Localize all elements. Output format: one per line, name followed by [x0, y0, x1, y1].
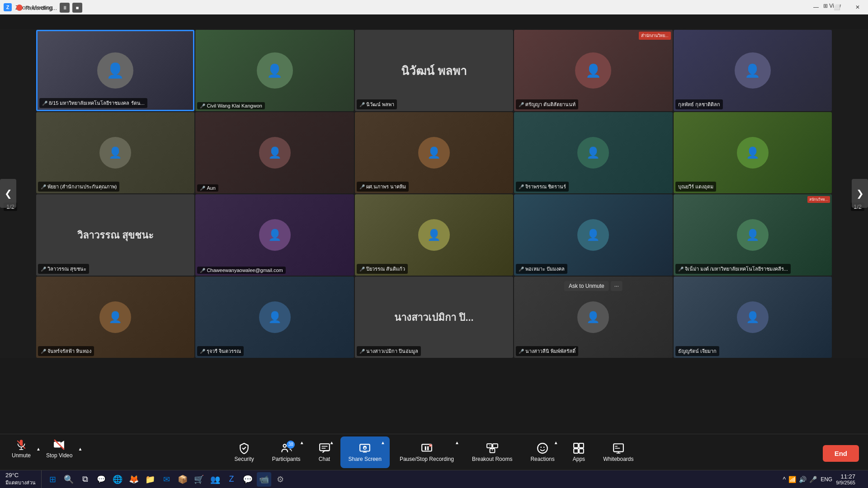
minimize-button[interactable]: —: [806, 0, 826, 14]
tray-icons: ^ 📶 🔊 🎤: [783, 476, 817, 483]
close-button[interactable]: ✕: [847, 0, 868, 14]
unmute-button[interactable]: Unmute: [7, 433, 35, 465]
svg-rect-34: [580, 449, 584, 453]
mic-off-icon-12: 🎤: [200, 268, 205, 273]
task-view-button[interactable]: ⧉: [78, 472, 92, 487]
breakout-rooms-icon: [486, 442, 498, 454]
share-screen-icon: [359, 442, 371, 454]
svg-rect-33: [574, 449, 579, 453]
apps-button[interactable]: Apps: [565, 436, 593, 468]
video-area: ❮ 1/2 ❯ 1/2 👤 🎤 8/15 มหาวิทยาลัยเทคโนโลย…: [0, 29, 868, 358]
video-cell-1: 👤 🎤 8/15 มหาวิทยาลัยเทคโนโลยีราชมงคล รัต…: [36, 30, 194, 111]
participant-name-2: 🎤 Civil Wang Klai Kangwon: [197, 102, 264, 109]
svg-rect-19: [427, 446, 429, 450]
firefox-button[interactable]: 🦊: [127, 472, 141, 487]
share-screen-button[interactable]: Share Screen ▲: [340, 436, 390, 468]
chat-label: Chat: [319, 456, 330, 462]
end-meeting-button[interactable]: End: [823, 445, 859, 462]
nav-next-button[interactable]: ❯: [852, 179, 868, 208]
participant-name-6: 🎤 พัยยา (สำนักงานประกันคุณภาพ): [38, 182, 119, 192]
line-button[interactable]: 💬: [241, 472, 255, 487]
unmute-caret[interactable]: ▲: [35, 446, 42, 451]
stop-video-label: Stop Video: [46, 452, 73, 459]
ask-to-unmute-button[interactable]: Ask to Unmute: [564, 281, 609, 291]
video-cell-13: 👤 🎤 ปิยวรรณ สันติแก้ว: [355, 194, 513, 276]
recording-stop-button[interactable]: ■: [72, 3, 82, 13]
share-screen-caret[interactable]: ▲: [381, 440, 385, 445]
participants-button[interactable]: 38 Participants ▲: [264, 436, 309, 468]
mail-button[interactable]: ✉: [159, 472, 174, 487]
pause-recording-caret[interactable]: ▲: [455, 440, 459, 445]
toolbar: Unmute ▲ Stop Video ▲ Security: [0, 434, 868, 470]
app-icon: Z: [4, 3, 12, 11]
svg-rect-22: [431, 445, 432, 446]
chat-button[interactable]: Chat ▲: [311, 436, 339, 468]
video-cell-12: 👤 🎤 Chaweewanyaowalee@gmail.com: [195, 194, 354, 276]
app1-button[interactable]: Z: [224, 472, 239, 487]
search-button[interactable]: 🔍: [61, 472, 76, 487]
reactions-icon: [537, 442, 548, 454]
video-cell-16: 👤 🎤 จันทร์จรัสฟ้า หินทอง: [36, 277, 194, 358]
video-cell-15: สนักนวิทย... 👤 🎤 จิเน็ม่า มงต์ /มหาวิทยา…: [674, 194, 832, 276]
breakout-rooms-button[interactable]: Breakout Rooms: [464, 436, 520, 468]
svg-point-29: [541, 446, 542, 448]
recording-bar: Recording... ⏸ ■: [16, 3, 82, 13]
language-indicator: ENG: [821, 476, 832, 483]
zoom-active-button[interactable]: 📹: [257, 472, 271, 487]
edge-button[interactable]: 🌐: [110, 472, 125, 487]
teams-button[interactable]: 👥: [208, 472, 222, 487]
stop-video-button[interactable]: Stop Video: [42, 433, 77, 465]
reactions-caret[interactable]: ▲: [554, 440, 558, 445]
whiteboards-button[interactable]: Whiteboards: [595, 436, 642, 468]
chat-icon: [319, 442, 330, 454]
video-cell-3: นิวัฒน์ พลพา 🎤 นิวัฒน์ พลพา: [355, 30, 513, 111]
participant-name-16: 🎤 จันทร์จรัสฟ้า หินทอง: [38, 346, 94, 356]
taskbar-system-icons: ⊞ 🔍 ⧉ 💬 🌐 🦊 📁 ✉ 📦 🛒 👥 Z 💬 📹 ⚙: [42, 472, 291, 487]
participant-name-8: 🎤 ผศ.นภาพร นาคหิม: [357, 182, 409, 192]
security-button[interactable]: Security: [226, 436, 262, 468]
participant-name-12: 🎤 Chaweewanyaowalee@gmail.com: [197, 267, 285, 274]
mic-off-icon-11: 🎤: [41, 267, 46, 272]
start-button[interactable]: ⊞: [45, 472, 60, 487]
stop-video-caret[interactable]: ▲: [77, 446, 83, 451]
titlebar: Z Zoom Meeting Recording... ⏸ ■ ⊞ View —…: [0, 0, 868, 14]
svg-rect-35: [613, 444, 623, 451]
svg-rect-21: [429, 445, 430, 446]
mic-off-icon-1: 🎤: [42, 101, 47, 106]
dropbox-button[interactable]: 📦: [175, 472, 190, 487]
video-cell-14: 👤 🎤 พอเหมาะ ปัมมงคล: [514, 194, 672, 276]
mic-off-icon-8: 🎤: [359, 184, 365, 189]
participants-count: 38: [287, 441, 295, 449]
security-icon: [238, 442, 250, 454]
video-cell-19: 👤 Ask to Unmute ··· 🎤 นางสาวลีนิ พิมพ์พั…: [514, 277, 672, 358]
participant-name-3: 🎤 นิวัฒน์ พลพา: [357, 99, 397, 109]
amazon-button[interactable]: 🛒: [192, 472, 206, 487]
video-cell-4: สำนักงานวิทย... 👤 🎤 ศรัญญา ดันติสัตยานนท…: [514, 30, 672, 111]
svg-rect-24: [493, 444, 498, 448]
recording-pause-button[interactable]: ⏸: [60, 3, 70, 13]
ask-more-options-button[interactable]: ···: [611, 281, 623, 291]
chat-caret[interactable]: ▲: [330, 440, 334, 445]
camera-off-icon: [53, 439, 65, 450]
breakout-rooms-label: Breakout Rooms: [472, 456, 512, 462]
pause-recording-label: Pause/Stop Recording: [400, 456, 454, 462]
folder-button[interactable]: 📁: [143, 472, 157, 487]
tray-expand-icon[interactable]: ^: [783, 476, 786, 483]
video-cell-9: 👤 🎤 จิราพรรณ ชิตรานร์: [514, 112, 672, 193]
video-cell-7: 👤 🎤 Aun: [195, 112, 354, 193]
settings-button[interactable]: ⚙: [273, 472, 288, 487]
mic-off-icon-14: 🎤: [519, 267, 524, 272]
network-icon: 📶: [788, 476, 796, 483]
chat-taskbar-button[interactable]: 💬: [94, 472, 108, 487]
volume-icon: 🔊: [799, 476, 807, 483]
reactions-button[interactable]: Reactions ▲: [522, 436, 562, 468]
maximize-button[interactable]: ⬜: [826, 0, 847, 14]
weather-temp: 29°C: [5, 472, 36, 479]
participants-caret[interactable]: ▲: [300, 440, 304, 445]
video-cell-20: 👤 ธัญญรัตน์ เจียมาก: [674, 277, 832, 358]
participant-name-17: 🎤 รุจวรี จินตวรรณ: [197, 346, 244, 356]
clock-date: 9/9/2565: [836, 480, 855, 485]
pause-recording-button[interactable]: Pause/Stop Recording ▲: [392, 436, 462, 468]
nav-prev-button[interactable]: ❮: [0, 179, 16, 208]
apps-label: Apps: [573, 456, 585, 462]
